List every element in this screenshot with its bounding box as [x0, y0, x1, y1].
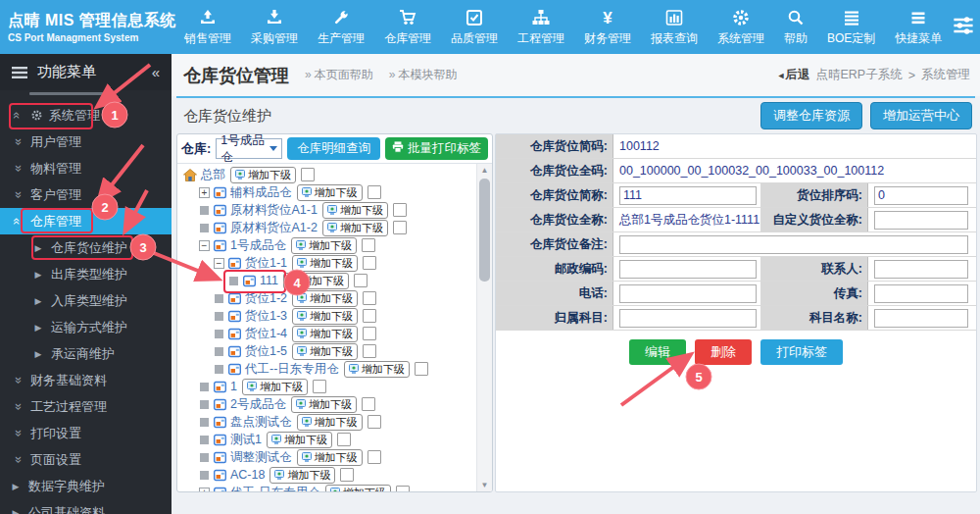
add-child-button[interactable]: 增加下级 — [297, 184, 363, 201]
add-child-button[interactable]: 增加下级 — [267, 432, 332, 448]
tree-node-checkbox[interactable] — [340, 468, 354, 482]
add-child-button[interactable]: 增加下级 — [230, 167, 296, 183]
remark-input[interactable] — [619, 235, 968, 254]
add-child-button[interactable]: 增加下级 — [344, 361, 410, 378]
sidebar-item-inbound-type[interactable]: ▶ 入库类型维护 — [0, 287, 172, 314]
sidebar-item-outbound-type[interactable]: ▶ 出库类型维护 — [0, 261, 172, 287]
back-link[interactable]: ◄后退 — [777, 67, 810, 83]
add-child-button[interactable]: 增加下级 — [270, 467, 335, 484]
tree-node-label[interactable]: 2号成品仓 — [230, 396, 286, 413]
sidebar-item-finance-base[interactable]: « 财务基础资料 — [0, 367, 172, 393]
tree-node-checkbox[interactable] — [368, 185, 381, 199]
tree-node-checkbox[interactable] — [363, 309, 376, 323]
tree-node[interactable]: 盘点测试仓 增加下级 — [177, 413, 477, 431]
nav-item-sales[interactable]: 销售管理 — [174, 0, 241, 54]
tree-node-111[interactable]: 111 增加下级 — [177, 272, 477, 289]
tree-node-label[interactable]: 代工--日东专用仓 — [245, 361, 339, 378]
tree-node-label[interactable]: 测试1 — [230, 432, 262, 448]
warehouse-detail-query-button[interactable]: 仓库明细查询 — [287, 137, 380, 160]
tree-node[interactable]: 调整测试仓 增加下级 — [177, 448, 477, 466]
tree-node-label[interactable]: 货位1-5 — [245, 343, 287, 360]
nav-item-production[interactable]: 生产管理 — [308, 0, 374, 54]
nav-item-engineering[interactable]: 工程管理 — [508, 0, 574, 54]
warehouse-select[interactable]: 1号成品仓 — [216, 138, 282, 159]
tree-node[interactable]: − 货位1-1 增加下级 — [177, 254, 477, 272]
expand-plus-icon[interactable]: + — [199, 187, 210, 198]
tree-node-checkbox[interactable] — [362, 238, 375, 252]
sidebar-item-bin-maintenance[interactable]: ▶ 仓库货位维护 — [0, 234, 172, 261]
sidebar-item-transport-mode[interactable]: ▶ 运输方式维护 — [0, 314, 172, 340]
add-child-button[interactable]: 增加下级 — [292, 255, 358, 272]
tree-node-checkbox[interactable] — [396, 486, 410, 491]
tree-node-label[interactable]: 1 — [230, 380, 237, 393]
tree-node-checkbox[interactable] — [415, 362, 428, 376]
tree-node-checkbox[interactable] — [362, 397, 375, 411]
tree-node[interactable]: + 辅料成品仓 增加下级 — [177, 183, 477, 201]
add-child-button[interactable]: 增加下级 — [291, 396, 357, 413]
sidebar-item-carrier[interactable]: ▶ 承运商维护 — [0, 340, 172, 367]
add-child-button[interactable]: 增加下级 — [292, 290, 358, 307]
tree-scrollbar[interactable]: ▲ ▼ — [476, 164, 492, 491]
tree-node-root[interactable]: 总部 增加下级 — [177, 166, 477, 183]
tree-node-label[interactable]: 代工-日东专用仓 — [230, 485, 320, 492]
sidebar-item-system-mgmt[interactable]: « 系统管理 — [0, 102, 172, 128]
tree-node[interactable]: 原材料货位A1-1 增加下级 — [177, 201, 477, 219]
tree-node-checkbox[interactable] — [363, 256, 376, 270]
tree-node[interactable]: 货位1-3 增加下级 — [177, 307, 477, 325]
tree-node[interactable]: − 1号成品仓 增加下级 — [177, 236, 477, 254]
add-operation-center-button[interactable]: 增加运营中心 — [870, 102, 972, 129]
tree-node-checkbox[interactable] — [363, 327, 376, 340]
tree-node-checkbox[interactable] — [368, 415, 381, 429]
tree-node-checkbox[interactable] — [363, 291, 376, 305]
sidebar-item-process-mgmt[interactable]: « 工艺过程管理 — [0, 393, 172, 420]
adjust-warehouse-resource-button[interactable]: 调整仓库资源 — [760, 102, 862, 129]
tree-node-checkbox[interactable] — [313, 380, 326, 393]
sort-code-input[interactable] — [874, 186, 968, 205]
contact-input[interactable] — [874, 260, 968, 279]
nav-item-system[interactable]: 系统管理 — [708, 0, 774, 54]
add-child-button[interactable]: 增加下级 — [322, 220, 388, 236]
sidebar-item-user-mgmt[interactable]: « 用户管理 — [0, 128, 172, 155]
postcode-input[interactable] — [619, 260, 757, 279]
nav-item-boe[interactable]: BOE定制 — [817, 0, 885, 54]
expand-minus-icon[interactable]: − — [199, 240, 210, 251]
tree-node-label[interactable]: 辅料成品仓 — [230, 184, 292, 201]
nav-item-warehouse[interactable]: 仓库管理 — [374, 0, 441, 54]
collapse-sidebar-icon[interactable]: « — [152, 64, 160, 80]
add-child-button[interactable]: 增加下级 — [297, 414, 363, 431]
tree-node[interactable]: AC-18 增加下级 — [177, 466, 477, 484]
add-child-button[interactable]: 增加下级 — [322, 202, 388, 219]
tree-node-label[interactable]: 总部 — [201, 167, 225, 183]
sidebar-item-material-mgmt[interactable]: « 物料管理 — [0, 155, 172, 181]
edit-button[interactable]: 编辑 — [629, 339, 686, 365]
sidebar-item-company-base[interactable]: ▶ 公司基础资料 — [0, 499, 172, 514]
scrollbar-thumb[interactable] — [479, 179, 490, 282]
add-child-button[interactable]: 增加下级 — [292, 308, 358, 325]
tree-node-label[interactable]: AC-18 — [230, 468, 265, 482]
breadcrumb-system-link[interactable]: 系统管理 — [921, 67, 970, 83]
tree-node[interactable]: 2号成品仓 增加下级 — [177, 395, 477, 413]
expand-minus-icon[interactable]: − — [214, 258, 224, 269]
tree-node-label[interactable]: 调整测试仓 — [230, 449, 292, 466]
sliders-icon[interactable] — [952, 14, 975, 41]
tree-node-checkbox[interactable] — [368, 450, 381, 464]
sidebar-item-data-dictionary[interactable]: ▶ 数据字典维护 — [0, 473, 172, 499]
scroll-up-icon[interactable]: ▲ — [477, 166, 492, 175]
tree-node-label[interactable]: 货位1-4 — [245, 326, 287, 342]
breadcrumb-erp-link[interactable]: 点晴ERP子系统 — [815, 67, 902, 83]
add-child-button[interactable]: 增加下级 — [297, 449, 363, 466]
nav-item-help[interactable]: 帮助 — [774, 0, 817, 54]
batch-print-label-button[interactable]: 批量打印标签 — [385, 137, 488, 160]
sidebar-item-customer-mgmt[interactable]: « 客户管理 — [0, 181, 172, 208]
tree-node-label[interactable]: 1号成品仓 — [230, 237, 286, 254]
tree-node-checkbox[interactable] — [337, 433, 351, 446]
scroll-down-icon[interactable]: ▼ — [477, 481, 492, 489]
tree-node-label[interactable]: 原材料货位A1-2 — [230, 220, 318, 236]
add-child-button[interactable]: 增加下级 — [292, 326, 358, 342]
fax-input[interactable] — [874, 284, 968, 303]
add-child-button[interactable]: 增加下级 — [291, 237, 357, 254]
print-label-button[interactable]: 打印标签 — [760, 339, 843, 365]
nav-item-purchase[interactable]: 采购管理 — [241, 0, 308, 54]
tree-node-checkbox[interactable] — [393, 203, 407, 217]
add-child-button[interactable]: 增加下级 — [242, 379, 308, 395]
